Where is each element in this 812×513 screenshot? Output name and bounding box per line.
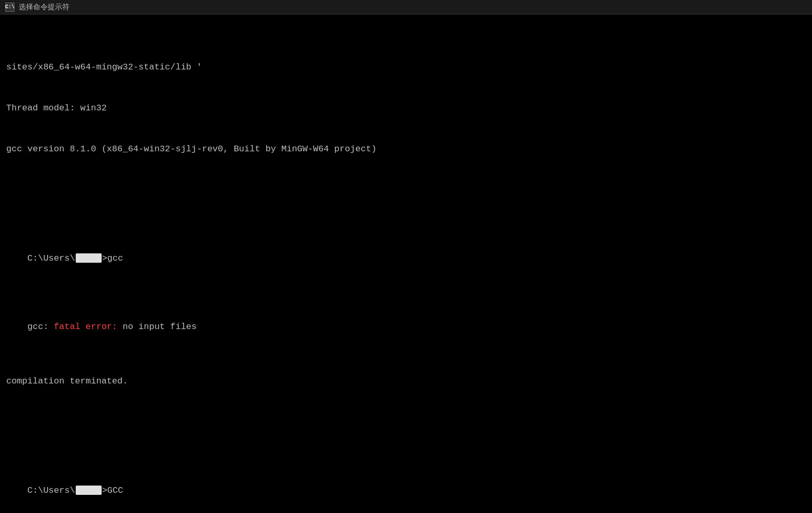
terminal-line: Thread model: win32 xyxy=(6,102,806,115)
line-text: sites/x86_64-w64-mingw32-static/lib ' xyxy=(6,62,202,72)
error-text: fatal error: xyxy=(54,322,117,332)
error-suffix: no input files xyxy=(117,322,197,332)
title-bar: C:\ 选择命令提示符 xyxy=(0,0,812,15)
terminal-icon: C:\ xyxy=(5,3,15,12)
terminal-line: gcc: fatal error: no input files xyxy=(6,306,806,347)
terminal-line: C:\Users\>gcc xyxy=(6,238,806,279)
line-text: gcc version 8.1.0 (x86_64-win32-sjlj-rev… xyxy=(6,144,376,154)
prompt-text: C:\Users\ xyxy=(27,253,75,263)
line-text: compilation terminated. xyxy=(6,376,128,386)
terminal-line: C:\Users\>GCC xyxy=(6,470,806,511)
error-prefix: gcc: xyxy=(27,322,54,332)
terminal-line: gcc version 8.1.0 (x86_64-win32-sjlj-rev… xyxy=(6,142,806,156)
window-title: 选择命令提示符 xyxy=(19,3,69,12)
line-text: Thread model: win32 xyxy=(6,103,107,113)
terminal-line: sites/x86_64-w64-mingw32-static/lib ' xyxy=(6,61,806,74)
cmd-text: >gcc xyxy=(102,253,123,263)
cmd-text: >GCC xyxy=(102,486,123,495)
prompt-text: C:\Users\ xyxy=(27,486,75,495)
terminal-body: sites/x86_64-w64-mingw32-static/lib ' Th… xyxy=(0,15,812,513)
terminal-line: compilation terminated. xyxy=(6,375,806,388)
redacted-username xyxy=(76,253,102,263)
blank-line xyxy=(6,183,806,197)
redacted-username xyxy=(76,486,102,495)
blank-line xyxy=(6,416,806,429)
